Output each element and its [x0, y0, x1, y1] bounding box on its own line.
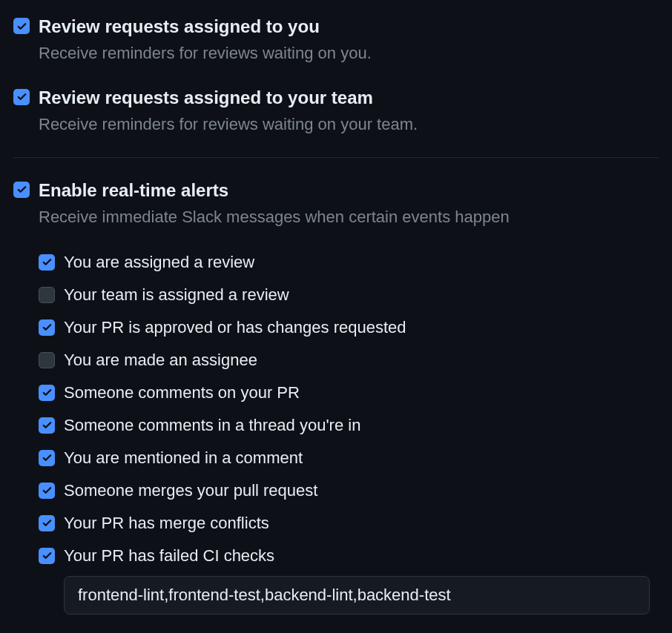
ci-checks-input[interactable]: [64, 576, 650, 614]
option-title: Review requests assigned to you: [39, 15, 659, 38]
checkbox-review-requests-team[interactable]: [13, 89, 30, 105]
alert-label: You are made an assignee: [64, 351, 257, 370]
check-icon: [42, 256, 53, 268]
checkbox-realtime-alerts[interactable]: [13, 182, 30, 198]
alert-item-assigned-review: You are assigned a review: [39, 253, 659, 272]
checkbox-merges-pr[interactable]: [39, 483, 55, 499]
checkbox-pr-approved[interactable]: [39, 319, 55, 336]
alert-label: Your PR has merge conflicts: [64, 514, 269, 533]
check-icon: [42, 322, 53, 333]
check-icon: [16, 91, 27, 102]
checkbox-mentioned[interactable]: [39, 450, 55, 466]
option-description: Receive immediate Slack messages when ce…: [39, 206, 659, 229]
option-content: Enable real-time alerts Receive immediat…: [39, 179, 659, 229]
alert-label: Your PR is approved or has changes reque…: [64, 318, 406, 337]
option-description: Receive reminders for reviews waiting on…: [39, 113, 659, 136]
check-icon: [16, 21, 27, 32]
option-review-requests-team: Review requests assigned to your team Re…: [13, 86, 659, 136]
alert-item-mentioned: You are mentioned in a comment: [39, 448, 659, 468]
option-content: Review requests assigned to you Receive …: [39, 15, 659, 65]
checkbox-team-assigned-review[interactable]: [39, 287, 55, 303]
checkbox-merge-conflicts[interactable]: [39, 515, 55, 531]
check-icon: [42, 550, 53, 561]
option-title: Review requests assigned to your team: [39, 86, 659, 109]
alert-item-team-assigned-review: Your team is assigned a review: [39, 285, 659, 305]
alert-label: Someone comments on your PR: [64, 383, 300, 402]
alert-item-comments-thread: Someone comments in a thread you're in: [39, 416, 659, 435]
checkbox-review-requests-you[interactable]: [13, 18, 30, 34]
option-content: Review requests assigned to your team Re…: [39, 86, 659, 136]
alert-item-comments-pr: Someone comments on your PR: [39, 383, 659, 402]
checkbox-comments-thread[interactable]: [39, 417, 55, 434]
check-icon: [42, 387, 53, 398]
alert-label: Someone merges your pull request: [64, 481, 317, 500]
alert-label: Your PR has failed CI checks: [64, 546, 274, 566]
checkbox-made-assignee[interactable]: [39, 352, 55, 368]
alert-item-made-assignee: You are made an assignee: [39, 351, 659, 370]
alert-item-failed-ci: Your PR has failed CI checks: [39, 546, 659, 566]
option-title: Enable real-time alerts: [39, 179, 659, 202]
alert-item-pr-approved: Your PR is approved or has changes reque…: [39, 318, 659, 337]
ci-checks-input-wrapper: [64, 576, 659, 614]
option-realtime-alerts: Enable real-time alerts Receive immediat…: [13, 179, 659, 229]
alert-label: You are assigned a review: [64, 253, 254, 272]
option-review-requests-you: Review requests assigned to you Receive …: [13, 15, 659, 65]
checkbox-comments-pr[interactable]: [39, 385, 55, 401]
alert-item-merges-pr: Someone merges your pull request: [39, 481, 659, 500]
check-icon: [42, 517, 53, 528]
check-icon: [42, 420, 53, 431]
checkbox-assigned-review[interactable]: [39, 254, 55, 271]
alert-label: Someone comments in a thread you're in: [64, 416, 360, 435]
alerts-list: You are assigned a review Your team is a…: [13, 253, 659, 614]
divider: [13, 157, 659, 158]
alert-label: Your team is assigned a review: [64, 285, 289, 305]
check-icon: [16, 184, 27, 195]
alert-item-merge-conflicts: Your PR has merge conflicts: [39, 514, 659, 533]
alert-label: You are mentioned in a comment: [64, 448, 303, 468]
option-description: Receive reminders for reviews waiting on…: [39, 42, 659, 65]
checkbox-failed-ci[interactable]: [39, 548, 55, 564]
check-icon: [42, 485, 53, 496]
check-icon: [42, 452, 53, 463]
